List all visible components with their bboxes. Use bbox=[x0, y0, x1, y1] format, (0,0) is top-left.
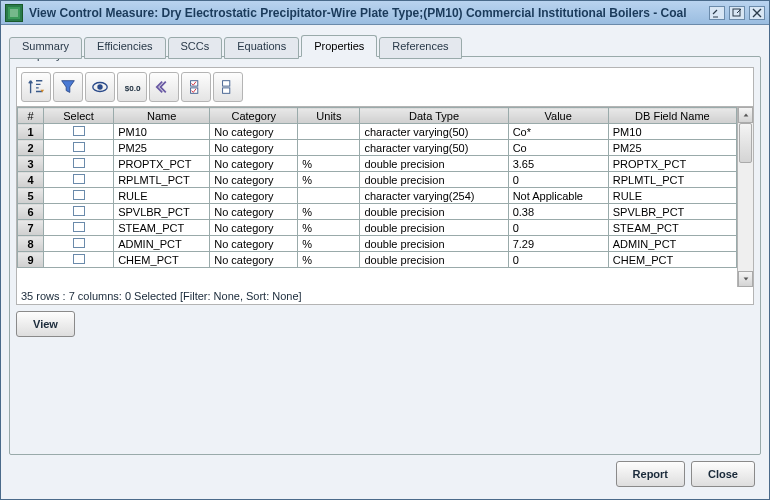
svg-rect-8 bbox=[223, 88, 230, 93]
checkbox-icon[interactable] bbox=[73, 126, 85, 136]
app-icon bbox=[5, 4, 23, 22]
checkbox-icon[interactable] bbox=[73, 190, 85, 200]
row-select-cell[interactable] bbox=[44, 204, 114, 220]
cell-name: PM10 bbox=[114, 124, 210, 140]
cell-category: No category bbox=[210, 140, 298, 156]
col-dbfieldname[interactable]: DB Field Name bbox=[608, 108, 736, 124]
col-datatype[interactable]: Data Type bbox=[360, 108, 508, 124]
table-row[interactable]: 8ADMIN_PCTNo category%double precision7.… bbox=[18, 236, 737, 252]
col-select[interactable]: Select bbox=[44, 108, 114, 124]
table-row[interactable]: 2PM25No categorycharacter varying(50)CoP… bbox=[18, 140, 737, 156]
row-select-cell[interactable] bbox=[44, 252, 114, 268]
cell-units: % bbox=[298, 252, 360, 268]
format-button[interactable]: $0.00 bbox=[117, 72, 147, 102]
window-title: View Control Measure: Dry Electrostatic … bbox=[29, 6, 709, 20]
maximize-button[interactable] bbox=[729, 6, 745, 20]
cell-category: No category bbox=[210, 172, 298, 188]
cell-dbfield: PM10 bbox=[608, 124, 736, 140]
cell-datatype: character varying(254) bbox=[360, 188, 508, 204]
checkbox-icon[interactable] bbox=[73, 206, 85, 216]
cell-datatype: character varying(50) bbox=[360, 140, 508, 156]
tab-equations[interactable]: Equations bbox=[224, 37, 299, 59]
scroll-down-button[interactable] bbox=[738, 271, 753, 287]
cell-dbfield: ADMIN_PCT bbox=[608, 236, 736, 252]
filter-button[interactable] bbox=[53, 72, 83, 102]
properties-table: # Select Name Category Units Data Type V… bbox=[17, 107, 737, 268]
scroll-track[interactable] bbox=[738, 123, 753, 271]
col-name[interactable]: Name bbox=[114, 108, 210, 124]
minimize-button[interactable] bbox=[709, 6, 725, 20]
table-row[interactable]: 3PROPTX_PCTNo category%double precision3… bbox=[18, 156, 737, 172]
window: View Control Measure: Dry Electrostatic … bbox=[0, 0, 770, 500]
select-all-button[interactable] bbox=[181, 72, 211, 102]
tab-properties[interactable]: Properties bbox=[301, 35, 377, 57]
cell-dbfield: RPLMTL_PCT bbox=[608, 172, 736, 188]
tab-efficiencies[interactable]: Efficiencies bbox=[84, 37, 165, 59]
scroll-thumb[interactable] bbox=[739, 123, 752, 163]
col-rownum[interactable]: # bbox=[18, 108, 44, 124]
row-number: 4 bbox=[18, 172, 44, 188]
svg-point-3 bbox=[97, 84, 102, 89]
col-value[interactable]: Value bbox=[508, 108, 608, 124]
svg-rect-1 bbox=[733, 9, 740, 16]
row-select-cell[interactable] bbox=[44, 140, 114, 156]
checkbox-icon[interactable] bbox=[73, 222, 85, 232]
checkbox-icon[interactable] bbox=[73, 238, 85, 248]
checkbox-icon[interactable] bbox=[73, 158, 85, 168]
cell-value: Not Applicable bbox=[508, 188, 608, 204]
cell-category: No category bbox=[210, 220, 298, 236]
close-button[interactable]: Close bbox=[691, 461, 755, 487]
col-units[interactable]: Units bbox=[298, 108, 360, 124]
vertical-scrollbar[interactable] bbox=[737, 107, 753, 287]
content-area: Summary Efficiencies SCCs Equations Prop… bbox=[1, 25, 769, 499]
row-number: 2 bbox=[18, 140, 44, 156]
row-number: 6 bbox=[18, 204, 44, 220]
tab-sccs[interactable]: SCCs bbox=[168, 37, 223, 59]
cell-dbfield: STEAM_PCT bbox=[608, 220, 736, 236]
row-select-cell[interactable] bbox=[44, 172, 114, 188]
table-row[interactable]: 4RPLMTL_PCTNo category%double precision0… bbox=[18, 172, 737, 188]
title-controls bbox=[709, 6, 765, 20]
col-category[interactable]: Category bbox=[210, 108, 298, 124]
cell-datatype: double precision bbox=[360, 236, 508, 252]
cell-value: 0 bbox=[508, 220, 608, 236]
row-select-cell[interactable] bbox=[44, 124, 114, 140]
row-select-cell[interactable] bbox=[44, 188, 114, 204]
cell-name: STEAM_PCT bbox=[114, 220, 210, 236]
table-row[interactable]: 5RULENo categorycharacter varying(254)No… bbox=[18, 188, 737, 204]
reset-button[interactable] bbox=[149, 72, 179, 102]
scroll-up-button[interactable] bbox=[738, 107, 753, 123]
grid-container: $0.00 # Select Name Category U bbox=[16, 67, 754, 305]
checkbox-icon[interactable] bbox=[73, 254, 85, 264]
checkbox-icon[interactable] bbox=[73, 142, 85, 152]
tab-summary[interactable]: Summary bbox=[9, 37, 82, 59]
data-grid: # Select Name Category Units Data Type V… bbox=[17, 107, 753, 287]
cell-dbfield: RULE bbox=[608, 188, 736, 204]
tab-references[interactable]: References bbox=[379, 37, 461, 59]
report-button[interactable]: Report bbox=[616, 461, 685, 487]
cell-value: 0.38 bbox=[508, 204, 608, 220]
cell-datatype: double precision bbox=[360, 220, 508, 236]
table-row[interactable]: 9CHEM_PCTNo category%double precision0CH… bbox=[18, 252, 737, 268]
checkbox-icon[interactable] bbox=[73, 174, 85, 184]
cell-dbfield: PROPTX_PCT bbox=[608, 156, 736, 172]
view-button-row: View bbox=[16, 311, 754, 337]
row-select-cell[interactable] bbox=[44, 220, 114, 236]
svg-rect-7 bbox=[223, 81, 230, 86]
table-row[interactable]: 6SPVLBR_PCTNo category%double precision0… bbox=[18, 204, 737, 220]
view-button[interactable]: View bbox=[16, 311, 75, 337]
table-row[interactable]: 7STEAM_PCTNo category%double precision0S… bbox=[18, 220, 737, 236]
row-select-cell[interactable] bbox=[44, 236, 114, 252]
sort-button[interactable] bbox=[21, 72, 51, 102]
row-select-cell[interactable] bbox=[44, 156, 114, 172]
property-panel: Property $0.00 # bbox=[9, 56, 761, 455]
clear-all-button[interactable] bbox=[213, 72, 243, 102]
cell-name: ADMIN_PCT bbox=[114, 236, 210, 252]
cell-name: RPLMTL_PCT bbox=[114, 172, 210, 188]
table-row[interactable]: 1PM10No categorycharacter varying(50)Co*… bbox=[18, 124, 737, 140]
cell-category: No category bbox=[210, 204, 298, 220]
row-number: 7 bbox=[18, 220, 44, 236]
show-hide-button[interactable] bbox=[85, 72, 115, 102]
titlebar: View Control Measure: Dry Electrostatic … bbox=[1, 1, 769, 25]
close-window-button[interactable] bbox=[749, 6, 765, 20]
